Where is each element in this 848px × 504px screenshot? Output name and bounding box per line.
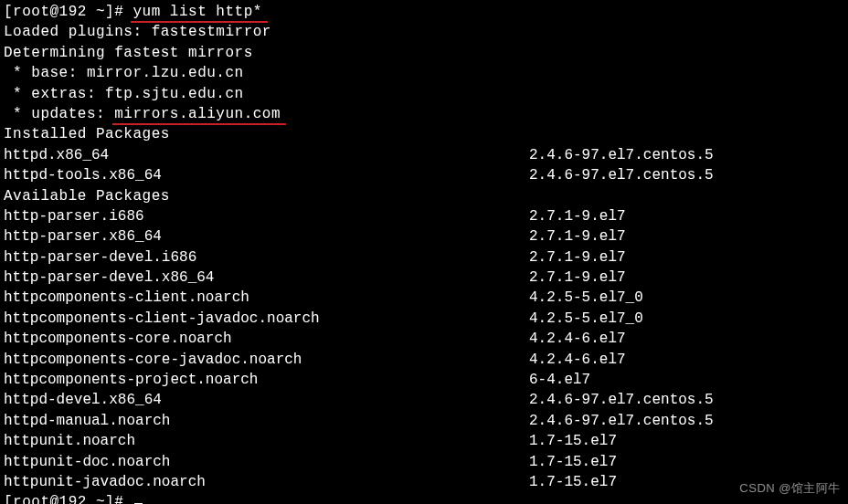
package-version: 4.2.5-5.el7_0 — [529, 309, 643, 329]
prompt-prefix: [root@192 ~]# — [4, 4, 132, 20]
package-row: httpd-devel.x86_642.4.6-97.el7.centos.5 — [4, 390, 844, 410]
package-name: httpunit-javadoc.noarch — [4, 472, 529, 492]
package-version: 6-4.el7 — [529, 370, 590, 390]
package-version: 2.4.6-97.el7.centos.5 — [529, 390, 714, 410]
package-version: 2.7.1-9.el7 — [529, 206, 626, 226]
package-version: 2.7.1-9.el7 — [529, 247, 626, 268]
package-version: 2.7.1-9.el7 — [529, 226, 626, 247]
watermark: CSDN @馆主阿牛 — [739, 480, 841, 497]
mirror-updates: * updates: mirrors.aliyun.com — [4, 104, 844, 124]
package-version: 4.2.5-5.el7_0 — [529, 288, 643, 308]
package-row: httpcomponents-project.noarch6-4.el7 — [4, 370, 844, 390]
package-name: httpcomponents-project.noarch — [4, 370, 529, 390]
package-version: 4.2.4-6.el7 — [529, 350, 626, 370]
package-name: http-parser.x86_64 — [4, 226, 529, 247]
package-row: httpcomponents-core-javadoc.noarch4.2.4-… — [4, 350, 844, 370]
package-version: 1.7-15.el7 — [529, 472, 617, 492]
package-name: httpd.x86_64 — [4, 145, 529, 165]
package-row: httpcomponents-client-javadoc.noarch4.2.… — [4, 309, 844, 329]
mirror-extras: * extras: ftp.sjtu.edu.cn — [4, 84, 844, 104]
package-name: http-parser.i686 — [4, 206, 529, 226]
package-row: http-parser-devel.x86_642.7.1-9.el7 — [4, 268, 844, 288]
package-row: httpunit-javadoc.noarch1.7-15.el7 — [4, 472, 844, 492]
installed-header: Installed Packages — [4, 124, 844, 144]
package-name: http-parser-devel.x86_64 — [4, 268, 529, 288]
package-name: httpd-manual.noarch — [4, 411, 529, 431]
prompt-prefix: [root@192 ~]# — [4, 494, 132, 504]
package-row: httpunit-doc.noarch1.7-15.el7 — [4, 452, 844, 472]
package-name: httpunit-doc.noarch — [4, 452, 529, 472]
prompt-line-1[interactable]: [root@192 ~]# yum list http* — [4, 2, 844, 22]
package-version: 2.4.6-97.el7.centos.5 — [529, 411, 714, 431]
available-header: Available Packages — [4, 186, 844, 206]
package-name: httpunit.noarch — [4, 431, 529, 451]
package-version: 2.7.1-9.el7 — [529, 268, 626, 288]
package-row: httpd.x86_642.4.6-97.el7.centos.5 — [4, 145, 844, 165]
package-name: httpcomponents-client-javadoc.noarch — [4, 309, 529, 329]
package-name: httpd-tools.x86_64 — [4, 165, 529, 185]
package-row: httpcomponents-core.noarch4.2.4-6.el7 — [4, 329, 844, 349]
package-version: 2.4.6-97.el7.centos.5 — [529, 145, 714, 165]
package-row: http-parser.i6862.7.1-9.el7 — [4, 206, 844, 226]
mirror-base: * base: mirror.lzu.edu.cn — [4, 63, 844, 83]
package-row: httpunit.noarch1.7-15.el7 — [4, 431, 844, 451]
package-name: httpcomponents-client.noarch — [4, 288, 529, 308]
package-version: 1.7-15.el7 — [529, 452, 617, 472]
package-name: httpd-devel.x86_64 — [4, 390, 529, 410]
package-version: 2.4.6-97.el7.centos.5 — [529, 165, 714, 185]
installed-packages-list: httpd.x86_642.4.6-97.el7.centos.5httpd-t… — [4, 145, 844, 186]
package-name: httpcomponents-core.noarch — [4, 329, 529, 349]
command-text: yum list http* — [132, 2, 261, 22]
available-packages-list: http-parser.i6862.7.1-9.el7http-parser.x… — [4, 206, 844, 492]
output-determining: Determining fastest mirrors — [4, 43, 844, 63]
prompt-line-2[interactable]: [root@192 ~]# — [4, 492, 844, 504]
package-row: httpd-manual.noarch2.4.6-97.el7.centos.5 — [4, 411, 844, 431]
package-row: httpcomponents-client.noarch4.2.5-5.el7_… — [4, 288, 844, 308]
package-row: http-parser-devel.i6862.7.1-9.el7 — [4, 247, 844, 268]
mirror-updates-host: mirrors.aliyun.com — [114, 104, 281, 124]
package-version: 4.2.4-6.el7 — [529, 329, 626, 349]
package-name: http-parser-devel.i686 — [4, 247, 529, 268]
mirror-updates-prefix: * updates: — [4, 106, 114, 122]
output-loaded: Loaded plugins: fastestmirror — [4, 22, 844, 42]
package-version: 1.7-15.el7 — [529, 431, 617, 451]
package-row: http-parser.x86_642.7.1-9.el7 — [4, 226, 844, 247]
package-row: httpd-tools.x86_642.4.6-97.el7.centos.5 — [4, 165, 844, 185]
package-name: httpcomponents-core-javadoc.noarch — [4, 350, 529, 370]
